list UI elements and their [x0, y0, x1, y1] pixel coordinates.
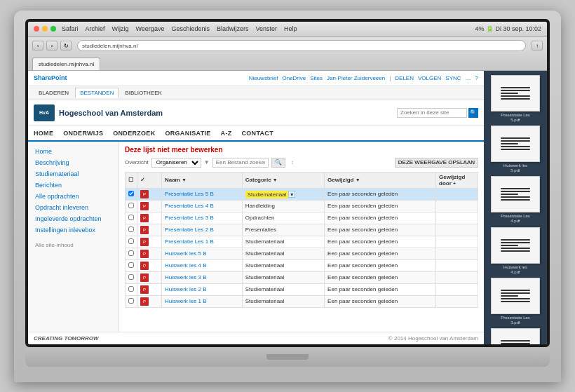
row-checkbox[interactable] [126, 295, 137, 307]
browser-tab-active[interactable]: studiedelen.mijnhva.nl [32, 58, 100, 70]
sidebar-opdracht-inleveren[interactable]: Opdracht inleveren [28, 202, 119, 213]
sp-action-volgen[interactable]: VOLGEN [418, 75, 441, 81]
nav-organisatie[interactable]: ORGANISATIE [165, 130, 210, 137]
col-categorie[interactable]: Categorie ▼ [242, 172, 324, 188]
row-modified: Een paar seconden geleden [325, 283, 436, 295]
row-checkbox[interactable] [126, 224, 137, 236]
row-modified: Een paar seconden geleden [325, 248, 436, 259]
url-bar[interactable]: studiedelen.mijnhva.nl [77, 40, 526, 51]
save-view-button[interactable]: DEZE WEERGAVE OPSLAAN [395, 158, 478, 168]
row-name[interactable]: Presentatie Les 1 B [161, 236, 242, 248]
sidebar-ingeleverde-opdrachten[interactable]: Ingeleverde opdrachten [28, 213, 119, 224]
search-file-button[interactable]: 🔍 [271, 158, 285, 168]
sidebar-studiemateriaal[interactable]: Studiemateriaal [28, 168, 119, 180]
file-thumbnail[interactable]: Huiswerk les 3.pdf [491, 328, 540, 344]
menu-bladwijzers[interactable]: Bladwijzers [217, 25, 249, 32]
sp-action-help[interactable]: ? [475, 75, 478, 81]
row-check-icon: P [137, 236, 162, 248]
back-button[interactable]: ‹ [32, 41, 43, 50]
row-checkbox[interactable] [126, 212, 137, 224]
sp-ribbon: BLADEREN BESTANDEN BIBLIOTHEEK [28, 86, 484, 100]
row-name[interactable]: Presentatie Les 2 B [161, 224, 242, 236]
file-thumbnail[interactable]: Huiswerk les 4.pdf [491, 227, 540, 275]
close-button[interactable] [34, 26, 39, 32]
row-name[interactable]: Huiswerk les 5 B [161, 248, 242, 259]
minimize-button[interactable] [42, 26, 48, 32]
menu-help[interactable]: Help [284, 25, 297, 32]
sidebar-beschrijving[interactable]: Beschrijving [28, 157, 119, 168]
sp-action-user[interactable]: Jan-Pieter Zuiderveeen [327, 75, 385, 81]
sidebar-alle-site-inhoud[interactable]: Alle site-inhoud [28, 241, 119, 249]
menu-weergave[interactable]: Weergave [136, 25, 165, 32]
ribbon-tab-bladeren[interactable]: BLADEREN [34, 88, 74, 98]
row-name[interactable]: Huiswerk les 4 B [161, 259, 242, 271]
file-thumbnail[interactable]: Presentatie Les 5.pdf [491, 75, 540, 123]
row-checkbox[interactable] [126, 200, 137, 212]
col-gewijzigd[interactable]: Gewijzigd ▼ [325, 172, 436, 188]
row-category: Studiemateriaal [242, 248, 324, 259]
table-row: PHuiswerk les 1 BStudiemateriaalEen paar… [126, 295, 478, 307]
organize-select[interactable]: Organiseren [151, 158, 201, 168]
sidebar-instellingen[interactable]: Instellingen inlevebox [28, 224, 119, 236]
sp-action-onedrive[interactable]: OneDrive [282, 75, 306, 81]
ribbon-tab-bestanden[interactable]: BESTANDEN [75, 88, 119, 98]
row-name[interactable]: Huiswerk les 1 B [161, 295, 242, 307]
mac-bar: Safari Archief Wijzig Weergave Geschiede… [28, 22, 547, 37]
menu-wijzig[interactable]: Wijzig [112, 25, 129, 32]
row-checkbox[interactable] [126, 259, 137, 271]
row-name[interactable]: Presentatie Les 5 B [161, 188, 242, 200]
sp-action-sync[interactable]: SYNC [445, 75, 461, 81]
sidebar-alle-opdrachten[interactable]: Alle opdrachten [28, 191, 119, 202]
nav-home[interactable]: HOME [34, 130, 53, 137]
col-door[interactable]: Gewijzigd door + [436, 172, 478, 188]
sp-action-sites[interactable]: Sites [310, 75, 323, 81]
row-modified-by [436, 248, 478, 259]
ribbon-tab-bibliotheek[interactable]: BIBLIOTHEEK [120, 88, 166, 98]
row-name[interactable]: Presentatie Les 4 B [161, 200, 242, 212]
table-row: PHuiswerk les 2 BStudiemateriaalEen paar… [126, 283, 478, 295]
sidebar-home[interactable]: Home [28, 146, 119, 157]
file-thumbnail[interactable]: Presentatie Les 4.pdf [491, 176, 540, 224]
file-label: Presentatie Les 4.pdf [501, 214, 530, 224]
row-modified-by [436, 212, 478, 224]
maximize-button[interactable] [50, 26, 56, 32]
file-thumbnail[interactable]: Presentatie Les 3.pdf [491, 278, 540, 325]
row-checkbox[interactable] [126, 248, 137, 259]
menu-geschiedenis[interactable]: Geschiedenis [171, 25, 210, 32]
row-modified-by [436, 236, 478, 248]
row-category: Studiemateriaal [242, 283, 324, 295]
menu-venster[interactable]: Venster [255, 25, 277, 32]
menu-safari[interactable]: Safari [62, 25, 79, 32]
browser-chrome: ‹ › ↻ studiedelen.mijnhva.nl ↑ studiedel… [28, 37, 547, 71]
menu-archief[interactable]: Archief [86, 25, 105, 32]
list-title-bewerken: bewerken [190, 146, 222, 154]
nav-az[interactable]: A-Z [221, 130, 232, 137]
sp-action-more[interactable]: … [466, 75, 471, 81]
row-name[interactable]: Presentatie Les 3 B [161, 212, 242, 224]
row-name[interactable]: Huiswerk les 3 B [161, 271, 242, 283]
refresh-button[interactable]: ↻ [60, 41, 72, 50]
sp-action-newsletter[interactable]: Nieuwsbrief [249, 75, 278, 81]
footer-copyright: © 2014 Hogeschool van Amsterdam [388, 335, 478, 342]
row-checkbox[interactable] [126, 283, 137, 295]
search-input[interactable] [397, 108, 467, 118]
file-search-input[interactable] [212, 158, 269, 168]
share-button[interactable]: ↑ [532, 41, 543, 50]
laptop-base [25, 347, 550, 367]
sp-header: HvA Hogeschool van Amsterdam 🔍 [28, 100, 484, 126]
search-button[interactable]: 🔍 [468, 108, 478, 118]
file-thumbnail[interactable]: Huiswerk les 5.pdf [491, 126, 540, 173]
nav-onderzoek[interactable]: ONDERZOEK [113, 130, 155, 137]
row-checkbox[interactable] [126, 236, 137, 248]
col-naam[interactable]: Naam ▼ [161, 172, 242, 188]
nav-contact[interactable]: CONTACT [242, 130, 273, 137]
file-label: Huiswerk les 5.pdf [503, 163, 527, 173]
row-name[interactable]: Huiswerk les 2 B [161, 283, 242, 295]
row-modified: Een paar seconden geleden [325, 224, 436, 236]
sidebar-berichten[interactable]: Berichten [28, 180, 119, 191]
row-checkbox[interactable] [126, 271, 137, 283]
nav-onderwijs[interactable]: ONDERWIJS [63, 130, 103, 137]
sp-action-delen[interactable]: DELEN [395, 75, 414, 81]
row-checkbox[interactable] [126, 188, 137, 200]
forward-button[interactable]: › [46, 41, 58, 50]
